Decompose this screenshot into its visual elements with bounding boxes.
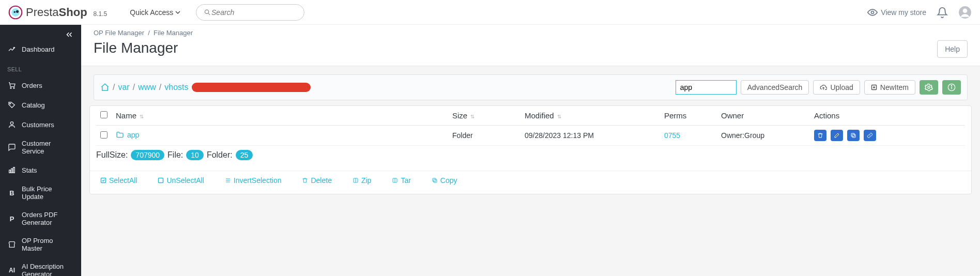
svg-rect-33 — [433, 178, 436, 181]
col-size[interactable]: Size — [448, 106, 520, 126]
col-perms[interactable]: Perms — [660, 106, 717, 126]
advanced-search-button[interactable]: AdvancedSearch — [741, 80, 809, 95]
sidebar-item-stats[interactable]: Stats — [0, 160, 81, 180]
bulk-zip[interactable]: Zip — [353, 176, 371, 185]
check-square-icon — [100, 177, 106, 183]
breadcrumb-current: File Manager — [154, 29, 193, 37]
view-store-label: View my store — [881, 8, 926, 17]
file-panel: Name Size Modified Perms Owner Actions — [89, 105, 972, 194]
fullsize-value: 707900 — [131, 150, 164, 160]
quick-access-dropdown[interactable]: Quick Access — [130, 8, 180, 17]
user-avatar-icon — [958, 6, 972, 19]
sidebar-item-catalog[interactable]: Catalog — [0, 95, 81, 115]
file-value: 10 — [186, 150, 204, 160]
chevron-double-left-icon — [65, 30, 74, 39]
letter-b-icon: B — [7, 188, 17, 197]
row-size: Folder — [448, 126, 520, 146]
info-button[interactable] — [942, 80, 961, 95]
sidebar-item-customer-service[interactable]: Customer Service — [0, 134, 81, 160]
search-input[interactable] — [211, 8, 297, 17]
svg-rect-32 — [434, 179, 437, 182]
svg-rect-22 — [851, 133, 854, 136]
col-name[interactable]: Name — [112, 106, 448, 126]
upload-label: Upload — [830, 83, 853, 91]
file-label: File: — [167, 150, 183, 160]
new-item-button[interactable]: NewItem — [864, 80, 915, 95]
svg-point-20 — [951, 85, 952, 86]
sidebar-item-label: Bulk Price Update — [22, 185, 74, 201]
svg-rect-13 — [9, 170, 11, 173]
profile-button[interactable] — [958, 6, 972, 19]
summary-bar: FullSize: 707900 File: 10 Folder: 25 — [90, 146, 971, 166]
sidebar-item-label: Customers — [22, 121, 54, 129]
bulk-tar[interactable]: Tar — [392, 176, 410, 185]
sidebar-item-orders[interactable]: Orders — [0, 75, 81, 95]
brand-text: PrestaShop — [26, 6, 87, 19]
link-icon — [867, 132, 873, 139]
user-icon — [7, 120, 17, 129]
action-delete[interactable] — [814, 130, 826, 141]
global-search — [196, 4, 304, 21]
plus-icon — [871, 84, 877, 90]
filter-input[interactable] — [676, 80, 737, 95]
svg-point-17 — [928, 86, 930, 88]
action-link[interactable] — [864, 130, 876, 141]
svg-point-1 — [11, 8, 20, 17]
path-var[interactable]: var — [118, 83, 129, 92]
breadcrumb-parent[interactable]: OP File Manager — [94, 29, 144, 37]
upload-button[interactable]: Upload — [813, 80, 860, 95]
info-icon — [947, 83, 956, 91]
svg-rect-24 — [159, 178, 163, 183]
sidebar-item-bulk-price[interactable]: B Bulk Price Update — [0, 180, 81, 203]
select-all-checkbox[interactable] — [100, 111, 108, 118]
sidebar-collapse-button[interactable] — [0, 25, 81, 39]
help-button[interactable]: Help — [937, 40, 968, 57]
breadcrumb: OP File Manager / File Manager — [94, 29, 968, 37]
new-item-label: NewItem — [880, 83, 909, 91]
trash-icon — [817, 132, 823, 139]
copy-icon — [432, 177, 438, 183]
bulk-copy[interactable]: Copy — [432, 176, 457, 185]
svg-point-8 — [963, 8, 968, 13]
path-vhosts[interactable]: vhosts — [164, 83, 188, 92]
caret-down-icon — [175, 10, 180, 15]
svg-point-9 — [10, 87, 11, 88]
search-icon — [204, 8, 211, 17]
action-copy[interactable] — [847, 130, 860, 141]
svg-rect-21 — [852, 134, 855, 137]
notifications-button[interactable] — [937, 7, 948, 18]
sidebar-item-label: Stats — [22, 166, 37, 174]
home-icon[interactable] — [100, 83, 110, 92]
logo[interactable]: PrestaShop 8.1.5 — [8, 5, 107, 20]
chart-icon — [7, 165, 17, 175]
sidebar-section-sell: SELL — [0, 59, 81, 75]
settings-button[interactable] — [920, 80, 938, 95]
cart-icon — [7, 81, 17, 90]
col-modified[interactable]: Modified — [520, 106, 660, 126]
trash-icon — [302, 177, 308, 183]
view-my-store[interactable]: View my store — [867, 7, 926, 18]
edit-icon — [834, 132, 840, 139]
bulk-delete[interactable]: Delete — [302, 176, 331, 185]
svg-point-2 — [16, 10, 19, 12]
bell-icon — [937, 7, 948, 18]
row-checkbox[interactable] — [100, 131, 108, 139]
bulk-select-all[interactable]: SelectAll — [100, 176, 137, 185]
copy-icon — [850, 132, 856, 139]
sidebar-item-customers[interactable]: Customers — [0, 115, 81, 134]
main: OP File Manager / File Manager File Mana… — [81, 25, 980, 203]
svg-line-5 — [209, 13, 210, 14]
svg-point-3 — [14, 11, 16, 13]
path-www[interactable]: www — [138, 83, 156, 92]
folder-link[interactable]: app — [116, 131, 139, 139]
folder-value: 25 — [236, 150, 253, 160]
page-head: OP File Manager / File Manager File Mana… — [81, 25, 980, 66]
col-owner[interactable]: Owner — [717, 106, 810, 126]
row-perms[interactable]: 0755 — [664, 131, 680, 140]
bulk-invert[interactable]: InvertSelection — [225, 176, 282, 185]
bulk-unselect-all[interactable]: UnSelectAll — [158, 176, 204, 185]
action-rename[interactable] — [831, 130, 843, 141]
gear-icon — [925, 83, 933, 91]
sidebar-item-dashboard[interactable]: Dashboard — [0, 39, 81, 59]
col-actions: Actions — [810, 106, 965, 126]
